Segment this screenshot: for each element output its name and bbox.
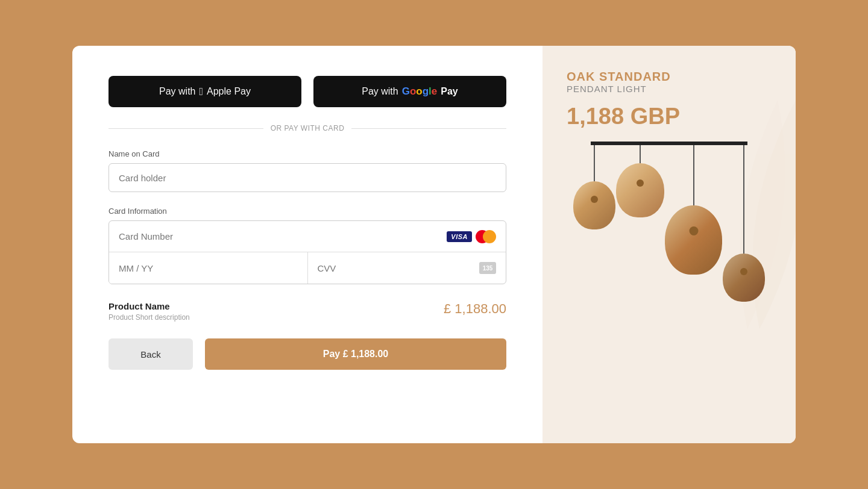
product-price: £ 1,188.00 [444, 301, 506, 317]
product-summary-row: Product Name Product Short description £… [108, 301, 506, 322]
or-divider: OR PAY WITH CARD [108, 124, 506, 132]
action-buttons: Back Pay £ 1,188.00 [108, 338, 506, 370]
pay-button[interactable]: Pay £ 1,188.00 [205, 338, 506, 370]
mastercard-icon [476, 230, 496, 243]
name-on-card-label: Name on Card [108, 149, 506, 158]
product-info: Product Name Product Short description [108, 301, 190, 322]
wire-2 [640, 145, 641, 163]
product-title: OAK STANDARD [567, 70, 772, 84]
product-name: Product Name [108, 301, 190, 311]
google-pay-button[interactable]: Pay with Google Pay [313, 76, 506, 107]
lamp-2 [616, 145, 664, 217]
card-number-input[interactable] [119, 231, 447, 241]
shade-1 [573, 181, 615, 229]
hole-1 [591, 196, 598, 203]
card-info-label: Card Information [108, 207, 506, 216]
payment-form-panel: Pay with  Apple Pay Pay with Google Pay… [72, 46, 542, 443]
hole-2 [637, 179, 644, 187]
expiry-input[interactable] [109, 252, 308, 284]
visa-icon: VISA [447, 231, 472, 242]
shade-2 [616, 163, 664, 217]
wire-1 [594, 145, 595, 181]
hole-3 [689, 226, 698, 235]
name-on-card-input[interactable] [108, 163, 506, 192]
apple-pay-button[interactable]: Pay with  Apple Pay [108, 76, 301, 107]
card-brand-icons: VISA [447, 230, 496, 243]
apple-logo-icon:  [199, 86, 203, 98]
cvv-icon: 135 [479, 262, 496, 274]
product-subtitle: PENDANT LIGHT [567, 84, 772, 94]
product-image [567, 142, 772, 302]
back-button[interactable]: Back [108, 338, 193, 370]
product-description: Product Short description [108, 313, 190, 322]
product-preview-panel: OAK STANDARD PENDANT LIGHT 1,188 GBP [542, 46, 796, 443]
google-pay-text: Pay with [362, 86, 398, 97]
mc-circle-orange [483, 230, 496, 243]
cvv-input[interactable] [318, 263, 480, 273]
shade-3 [665, 205, 722, 275]
lamps-container [567, 145, 772, 302]
apple-pay-icon-text: Apple Pay [207, 86, 251, 97]
wire-4 [743, 145, 744, 254]
expiry-cvv-row: 135 [109, 252, 506, 284]
google-pay-icon-text: Pay [441, 86, 458, 97]
shade-4 [723, 254, 765, 302]
divider-line-left [108, 128, 263, 129]
express-pay-buttons: Pay with  Apple Pay Pay with Google Pay [108, 76, 506, 107]
hole-4 [740, 268, 747, 275]
checkout-modal: Pay with  Apple Pay Pay with Google Pay… [72, 46, 796, 443]
card-number-row: VISA [109, 221, 506, 252]
wire-3 [693, 145, 694, 205]
google-logo-icon: Google [402, 86, 438, 98]
cvv-field-row: 135 [308, 252, 506, 284]
lamp-4 [723, 145, 765, 302]
divider-line-right [351, 128, 506, 129]
apple-pay-text: Pay with [159, 86, 195, 97]
lamp-1 [573, 145, 615, 229]
divider-text: OR PAY WITH CARD [271, 124, 345, 132]
lamp-3 [665, 145, 722, 275]
card-fields-group: VISA 135 [108, 220, 506, 284]
